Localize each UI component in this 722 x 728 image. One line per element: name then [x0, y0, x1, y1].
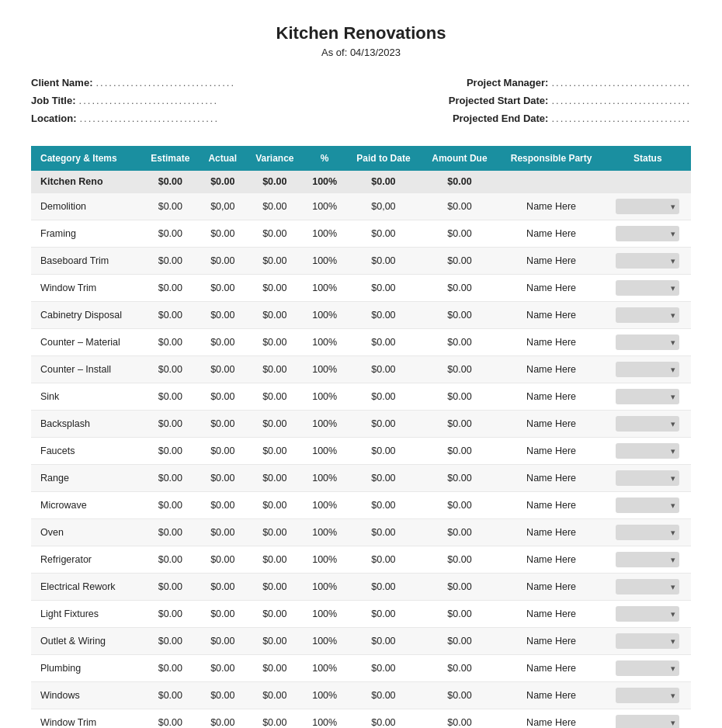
cell-percent: 100% [304, 492, 345, 519]
cell-variance: $0.00 [246, 655, 304, 682]
cell-responsible-party: Name Here [498, 248, 605, 275]
status-dropdown-wrapper[interactable]: CompleteIn ProgressPendingNot Started [616, 552, 679, 567]
cell-status[interactable]: CompleteIn ProgressPendingNot Started [605, 411, 691, 438]
cell-category: Window Trim [31, 275, 141, 302]
cell-actual: $0,00 [200, 193, 246, 220]
cell-status[interactable]: CompleteIn ProgressPendingNot Started [605, 248, 691, 275]
status-dropdown-wrapper[interactable]: CompleteIn ProgressPendingNot Started [616, 660, 679, 676]
summary-row: Kitchen Reno $0.00 $0.00 $0.00 100% $0.0… [31, 171, 691, 193]
table-row: Windows$0.00$0.00$0.00100%$0.00$0.00Name… [31, 682, 691, 709]
cell-amount_due: $0.00 [421, 574, 498, 601]
cell-status[interactable]: CompleteIn ProgressPendingNot Started [605, 465, 691, 492]
status-dropdown-wrapper[interactable]: CompleteIn ProgressPendingNot Started [616, 280, 679, 296]
table-row: Plumbing$0.00$0.00$0.00100%$0.00$0.00Nam… [31, 655, 691, 682]
cell-variance: $0.00 [246, 601, 304, 628]
cell-status[interactable]: CompleteIn ProgressPendingNot Started [605, 275, 691, 302]
status-dropdown-wrapper[interactable]: CompleteIn ProgressPendingNot Started [616, 579, 679, 595]
cell-category: Refrigerator [31, 546, 141, 574]
cell-paid_to_date: $0.00 [345, 220, 421, 248]
cell-category: Electrical Rework [31, 574, 141, 601]
cell-estimate: $0.00 [141, 275, 200, 302]
cell-status[interactable]: CompleteIn ProgressPendingNot Started [605, 383, 691, 411]
cell-responsible-party: Name Here [498, 220, 605, 248]
status-dropdown-wrapper[interactable]: CompleteIn ProgressPendingNot Started [616, 443, 679, 459]
cell-responsible-party: Name Here [498, 628, 605, 655]
cell-estimate: $0.00 [141, 329, 200, 356]
cell-status[interactable]: CompleteIn ProgressPendingNot Started [605, 628, 691, 655]
status-dropdown-wrapper[interactable]: CompleteIn ProgressPendingNot Started [616, 416, 679, 432]
status-dropdown-wrapper[interactable]: CompleteIn ProgressPendingNot Started [616, 470, 679, 486]
cell-amount_due: $0.00 [421, 220, 498, 248]
cell-percent: 100% [304, 275, 345, 302]
cell-status[interactable]: CompleteIn ProgressPendingNot Started [605, 492, 691, 519]
cell-status[interactable]: CompleteIn ProgressPendingNot Started [605, 193, 691, 220]
end-date-row: Projected End Date: ....................… [449, 113, 691, 124]
cell-variance: $0.00 [246, 682, 304, 709]
cell-variance: $0.00 [246, 519, 304, 546]
status-dropdown[interactable]: CompleteIn ProgressPendingNot Started [616, 226, 679, 241]
cell-actual: $0.00 [200, 411, 246, 438]
project-manager-label: Project Manager: [467, 77, 548, 88]
status-dropdown-wrapper[interactable]: CompleteIn ProgressPendingNot Started [616, 688, 679, 703]
cell-variance: $0.00 [246, 709, 304, 729]
status-dropdown-wrapper[interactable]: CompleteIn ProgressPendingNot Started [616, 253, 679, 269]
project-manager-dots: ................................ [551, 77, 691, 88]
status-dropdown[interactable]: CompleteIn ProgressPendingNot Started [616, 660, 679, 676]
cell-status[interactable]: CompleteIn ProgressPendingNot Started [605, 220, 691, 248]
cell-estimate: $0.00 [141, 465, 200, 492]
status-dropdown[interactable]: CompleteIn ProgressPendingNot Started [616, 688, 679, 703]
status-dropdown[interactable]: CompleteIn ProgressPendingNot Started [616, 606, 679, 622]
cell-status[interactable]: CompleteIn ProgressPendingNot Started [605, 709, 691, 729]
status-dropdown-wrapper[interactable]: CompleteIn ProgressPendingNot Started [616, 389, 679, 404]
status-dropdown[interactable]: CompleteIn ProgressPendingNot Started [616, 552, 679, 567]
cell-status[interactable]: CompleteIn ProgressPendingNot Started [605, 302, 691, 329]
status-dropdown-wrapper[interactable]: CompleteIn ProgressPendingNot Started [616, 715, 679, 728]
status-dropdown-wrapper[interactable]: CompleteIn ProgressPendingNot Started [616, 497, 679, 513]
cell-estimate: $0.00 [141, 356, 200, 383]
status-dropdown-wrapper[interactable]: CompleteIn ProgressPendingNot Started [616, 525, 679, 540]
cell-status[interactable]: CompleteIn ProgressPendingNot Started [605, 519, 691, 546]
status-dropdown[interactable]: CompleteIn ProgressPendingNot Started [616, 253, 679, 269]
cell-status[interactable]: CompleteIn ProgressPendingNot Started [605, 682, 691, 709]
status-dropdown-wrapper[interactable]: CompleteIn ProgressPendingNot Started [616, 362, 679, 377]
status-dropdown-wrapper[interactable]: CompleteIn ProgressPendingNot Started [616, 199, 679, 214]
table-row: Demolition$0.00$0,00$0.00100%$0,00$0.00N… [31, 193, 691, 220]
cell-status[interactable]: CompleteIn ProgressPendingNot Started [605, 356, 691, 383]
status-dropdown[interactable]: CompleteIn ProgressPendingNot Started [616, 443, 679, 459]
cell-status[interactable]: CompleteIn ProgressPendingNot Started [605, 329, 691, 356]
status-dropdown-wrapper[interactable]: CompleteIn ProgressPendingNot Started [616, 335, 679, 350]
cell-variance: $0.00 [246, 492, 304, 519]
status-dropdown[interactable]: CompleteIn ProgressPendingNot Started [616, 497, 679, 513]
cell-variance: $0.00 [246, 302, 304, 329]
status-dropdown[interactable]: CompleteIn ProgressPendingNot Started [616, 525, 679, 540]
status-dropdown-wrapper[interactable]: CompleteIn ProgressPendingNot Started [616, 307, 679, 323]
status-dropdown-wrapper[interactable]: CompleteIn ProgressPendingNot Started [616, 226, 679, 241]
cell-status[interactable]: CompleteIn ProgressPendingNot Started [605, 574, 691, 601]
cell-actual: $0.00 [200, 628, 246, 655]
status-dropdown[interactable]: CompleteIn ProgressPendingNot Started [616, 389, 679, 404]
status-dropdown-wrapper[interactable]: CompleteIn ProgressPendingNot Started [616, 633, 679, 649]
status-dropdown[interactable]: CompleteIn ProgressPendingNot Started [616, 416, 679, 432]
table-row: Refrigerator$0.00$0.00$0.00100%$0.00$0.0… [31, 546, 691, 574]
cell-category: Counter – Material [31, 329, 141, 356]
cell-category: Oven [31, 519, 141, 546]
status-dropdown[interactable]: CompleteIn ProgressPendingNot Started [616, 470, 679, 486]
cell-amount_due: $0.00 [421, 655, 498, 682]
cell-status[interactable]: CompleteIn ProgressPendingNot Started [605, 438, 691, 465]
cell-status[interactable]: CompleteIn ProgressPendingNot Started [605, 546, 691, 574]
cell-paid_to_date: $0.00 [345, 601, 421, 628]
cell-status[interactable]: CompleteIn ProgressPendingNot Started [605, 601, 691, 628]
cell-status[interactable]: CompleteIn ProgressPendingNot Started [605, 655, 691, 682]
end-date-label: Projected End Date: [453, 113, 549, 124]
status-dropdown[interactable]: CompleteIn ProgressPendingNot Started [616, 579, 679, 595]
status-dropdown-wrapper[interactable]: CompleteIn ProgressPendingNot Started [616, 606, 679, 622]
status-dropdown[interactable]: CompleteIn ProgressPendingNot Started [616, 199, 679, 214]
status-dropdown[interactable]: CompleteIn ProgressPendingNot Started [616, 362, 679, 377]
status-dropdown[interactable]: CompleteIn ProgressPendingNot Started [616, 335, 679, 350]
status-dropdown[interactable]: CompleteIn ProgressPendingNot Started [616, 307, 679, 323]
status-dropdown[interactable]: CompleteIn ProgressPendingNot Started [616, 280, 679, 296]
cell-responsible-party: Name Here [498, 356, 605, 383]
status-dropdown[interactable]: CompleteIn ProgressPendingNot Started [616, 633, 679, 649]
cell-paid_to_date: $0.00 [345, 519, 421, 546]
status-dropdown[interactable]: CompleteIn ProgressPendingNot Started [616, 715, 679, 728]
